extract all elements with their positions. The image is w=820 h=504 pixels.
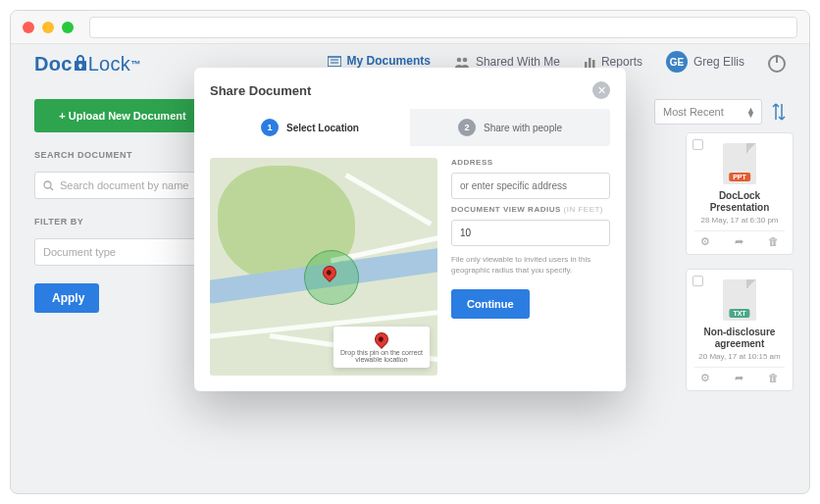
- documents-icon: [328, 55, 341, 67]
- app-window: Doc Lock ™ My Documents Shared With Me R…: [10, 10, 810, 494]
- minimize-window-icon[interactable]: [42, 22, 54, 33]
- filter-select[interactable]: Document type: [34, 238, 211, 266]
- upload-button[interactable]: + Upload New Document: [34, 99, 211, 132]
- step-location-tab[interactable]: 1 Select Location: [210, 109, 410, 146]
- share-icon[interactable]: ➦: [735, 235, 743, 248]
- card-checkbox[interactable]: [692, 276, 703, 286]
- lock-icon: [73, 55, 88, 73]
- search-label: SEARCH DOCUMENT: [34, 150, 211, 160]
- address-label: ADDRESS: [451, 158, 610, 167]
- doc-title: DocLock Presentation: [694, 190, 785, 214]
- maximize-window-icon[interactable]: [62, 22, 74, 33]
- titlebar: [11, 11, 809, 44]
- gear-icon[interactable]: ⚙: [700, 235, 710, 248]
- url-bar[interactable]: [89, 17, 797, 38]
- continue-button[interactable]: Continue: [451, 289, 530, 319]
- gear-icon[interactable]: ⚙: [700, 372, 710, 384]
- share-modal: Share Document ✕ 1 Select Location 2 Sha…: [194, 68, 626, 391]
- close-icon[interactable]: ✕: [592, 81, 610, 99]
- svg-rect-6: [589, 58, 591, 68]
- brand-part2: Lock: [88, 53, 130, 76]
- file-icon: PPT: [723, 143, 756, 184]
- nav-user[interactable]: GE Greg Ellis: [666, 51, 744, 76]
- modal-title: Share Document: [210, 83, 311, 98]
- step-share-tab[interactable]: 2 Share with people: [410, 109, 610, 146]
- doc-date: 20 May, 17 at 10:15 am: [698, 352, 780, 361]
- trash-icon[interactable]: 🗑: [768, 235, 779, 248]
- share-icon[interactable]: ➦: [735, 372, 743, 384]
- close-window-icon[interactable]: [23, 22, 34, 33]
- sort-direction-icon[interactable]: [772, 102, 786, 122]
- step-tabs: 1 Select Location 2 Share with people: [210, 109, 610, 146]
- map-pin-icon: [372, 329, 391, 349]
- brand-logo[interactable]: Doc Lock ™: [34, 53, 140, 76]
- doc-date: 28 May, 17 at 6:30 pm: [700, 216, 778, 225]
- doc-title: Non-disclosure agreement: [694, 327, 785, 350]
- radius-label: DOCUMENT VIEW RADIUS (IN FEET): [451, 205, 610, 214]
- radius-input[interactable]: [451, 220, 610, 246]
- people-icon: [454, 56, 470, 68]
- card-checkbox[interactable]: [692, 139, 703, 150]
- sidebar: + Upload New Document SEARCH DOCUMENT Se…: [34, 99, 211, 313]
- search-icon: [43, 180, 54, 191]
- document-card[interactable]: TXT Non-disclosure agreement 20 May, 17 …: [686, 269, 794, 391]
- svg-point-4: [463, 58, 468, 63]
- apply-button[interactable]: Apply: [34, 283, 99, 313]
- svg-rect-7: [592, 60, 595, 68]
- filter-label: FILTER BY: [34, 217, 211, 227]
- svg-point-8: [44, 181, 51, 188]
- document-card[interactable]: PPT DocLock Presentation 28 May, 17 at 6…: [686, 132, 794, 255]
- svg-point-3: [457, 58, 462, 63]
- pin-tooltip: Drop this pin on the correct viewable lo…: [333, 327, 430, 368]
- svg-rect-0: [328, 57, 341, 67]
- radius-help-text: File only viewable to invited users in t…: [451, 254, 610, 276]
- location-map[interactable]: Drop this pin on the correct viewable lo…: [210, 158, 437, 376]
- address-input[interactable]: [451, 173, 610, 199]
- power-icon[interactable]: [768, 55, 786, 73]
- window-controls: [23, 22, 74, 33]
- sort-select[interactable]: Most Recent: [654, 99, 762, 125]
- trash-icon[interactable]: 🗑: [768, 372, 779, 384]
- file-icon: TXT: [723, 279, 756, 321]
- svg-line-9: [50, 187, 53, 190]
- brand-part1: Doc: [34, 53, 73, 76]
- search-input[interactable]: Search document by name: [34, 172, 211, 199]
- avatar: GE: [666, 51, 688, 73]
- location-form: ADDRESS DOCUMENT VIEW RADIUS (IN FEET) F…: [451, 158, 610, 376]
- chart-icon: [584, 56, 595, 68]
